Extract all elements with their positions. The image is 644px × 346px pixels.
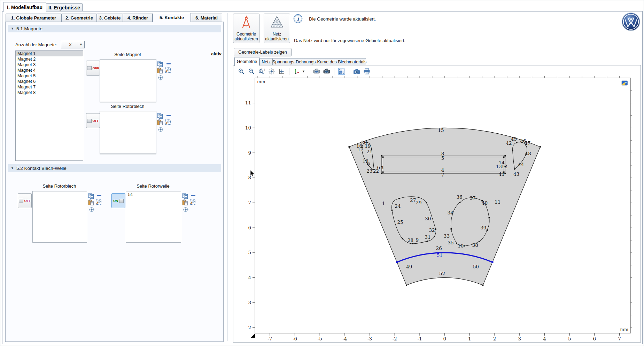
graphtab-netz[interactable]: Netz bbox=[259, 58, 273, 65]
svg-text:-3: -3 bbox=[367, 336, 372, 341]
selection-entry[interactable]: 51 bbox=[126, 191, 181, 197]
edge-label-15: 15 bbox=[438, 127, 444, 133]
zoom-box-icon[interactable] bbox=[258, 68, 265, 75]
subtab-raender[interactable]: 4. Ränder bbox=[123, 14, 153, 22]
magnet-list-item[interactable]: Magnet 1 bbox=[16, 51, 83, 56]
clear-selection-icon[interactable] bbox=[165, 119, 171, 125]
clear-selection-icon[interactable] bbox=[96, 199, 102, 205]
edge-label-40: 40 bbox=[482, 200, 488, 206]
paste-icon[interactable] bbox=[157, 68, 163, 73]
zoom-out-icon[interactable] bbox=[248, 68, 255, 75]
edge-label-31: 31 bbox=[425, 234, 430, 240]
anzahl-magnete-dropdown[interactable]: 2 ▼ bbox=[61, 41, 85, 48]
remove-icon[interactable] bbox=[191, 193, 196, 199]
paste-icon[interactable] bbox=[88, 199, 94, 205]
vw-logo bbox=[622, 13, 640, 32]
copy-icon[interactable] bbox=[88, 193, 94, 199]
selection-box-seite-magnet[interactable] bbox=[100, 59, 156, 102]
selection-box-kontakt-rotorwelle[interactable]: 51 bbox=[126, 191, 181, 243]
graphtab-geometrie[interactable]: Geometrie bbox=[234, 57, 259, 66]
geometrie-labels-zeigen-button[interactable]: Geometrie-Labels zeigen bbox=[234, 48, 292, 56]
geometry-plot[interactable]: -7-6-5-4-3-2-101234567234567891011mmmm11… bbox=[241, 76, 638, 342]
zoom-extents-icon[interactable] bbox=[268, 68, 275, 75]
graphics-toolbar: ▼ bbox=[238, 67, 370, 76]
magnet-list-item[interactable]: Magnet 4 bbox=[16, 68, 83, 73]
camera-icon[interactable] bbox=[353, 68, 360, 75]
edge-label-13: 13 bbox=[496, 164, 502, 169]
copy-icon[interactable] bbox=[157, 61, 163, 67]
graphtab-label: Spannungs-Dehnungs-Kurve des Blechmateri… bbox=[272, 60, 366, 64]
selection-box-kontakt-rotorblech[interactable] bbox=[32, 191, 87, 243]
edge-label-9: 9 bbox=[416, 237, 419, 243]
edge-label-44: 44 bbox=[518, 162, 524, 167]
graphtab-label: Geometrie bbox=[237, 59, 257, 64]
svg-text:11: 11 bbox=[245, 100, 251, 105]
remove-icon[interactable] bbox=[96, 193, 102, 199]
view-axes-icon[interactable] bbox=[293, 68, 300, 75]
magnet-list-item[interactable]: Magnet 2 bbox=[16, 56, 83, 62]
zoom-to-selection-icon[interactable] bbox=[158, 127, 164, 133]
toggle-seite-magnet[interactable]: OFF bbox=[86, 61, 100, 76]
section-header-kontakt[interactable]: ▼ 5.2 Kontakt Blech-Welle bbox=[8, 164, 221, 172]
toggle-kontakt-rotorblech[interactable]: OFF bbox=[18, 193, 32, 208]
button-label: aktualisieren bbox=[265, 37, 288, 41]
svg-text:7: 7 bbox=[618, 336, 621, 341]
grid-icon[interactable] bbox=[338, 68, 345, 75]
subtab-label: 4. Ränder bbox=[127, 15, 148, 21]
paste-icon[interactable] bbox=[182, 199, 188, 205]
toggle-kontakt-rotorwelle[interactable]: ON bbox=[111, 193, 125, 208]
edge-label-35: 35 bbox=[448, 240, 453, 245]
zoom-in-icon[interactable] bbox=[238, 68, 245, 75]
magnet-list-item[interactable]: Magnet 7 bbox=[16, 84, 83, 90]
magnet-list-item[interactable]: Magnet 3 bbox=[16, 62, 83, 68]
export-image-icon[interactable] bbox=[323, 68, 330, 75]
zoom-to-selection-icon[interactable] bbox=[89, 207, 95, 213]
toggle-state-label: OFF bbox=[93, 66, 99, 70]
edge-label-7: 7 bbox=[441, 172, 444, 178]
toolbar-separator bbox=[289, 68, 289, 75]
chevron-down-icon[interactable]: ▼ bbox=[302, 70, 305, 73]
magnet-list[interactable]: Magnet 1Magnet 2Magnet 3Magnet 4Magnet 5… bbox=[15, 50, 83, 161]
zoom-fit-icon[interactable] bbox=[278, 68, 285, 75]
print-icon[interactable] bbox=[363, 68, 370, 75]
magnet-list-item[interactable]: Magnet 8 bbox=[16, 90, 83, 95]
svg-text:3: 3 bbox=[248, 300, 251, 305]
zoom-to-selection-icon[interactable] bbox=[158, 75, 164, 81]
edge-label-5: 5 bbox=[441, 155, 444, 161]
copy-icon[interactable] bbox=[157, 113, 163, 119]
magnet-list-item[interactable]: Magnet 6 bbox=[16, 79, 83, 84]
copy-image-icon[interactable] bbox=[313, 68, 320, 75]
copy-icon[interactable] bbox=[182, 193, 188, 199]
subtab-geometrie[interactable]: 2. Geometrie bbox=[62, 14, 97, 22]
subtab-material[interactable]: 6. Material bbox=[191, 14, 222, 22]
tab-modellaufbau[interactable]: I. Modellaufbau bbox=[3, 2, 46, 12]
netz-aktualisieren-button[interactable]: Netz aktualisieren bbox=[264, 14, 290, 43]
clear-selection-icon[interactable] bbox=[165, 67, 171, 73]
subtab-label: 2. Geometrie bbox=[65, 15, 93, 21]
zoom-to-selection-icon[interactable] bbox=[183, 207, 189, 213]
section-header-magnete[interactable]: ▼ 5.1 Magnete bbox=[8, 25, 221, 32]
subtab-globale-parameter[interactable]: 1. Globale Parameter bbox=[6, 14, 62, 22]
clear-selection-icon[interactable] bbox=[190, 199, 196, 205]
collapse-triangle-icon[interactable]: ▼ bbox=[11, 166, 14, 170]
graphtab-spannungs-dehnungs-kurve[interactable]: Spannungs-Dehnungs-Kurve des Blechmateri… bbox=[273, 58, 366, 65]
edge-label-1: 1 bbox=[382, 200, 385, 206]
collapse-triangle-icon[interactable]: ▼ bbox=[11, 27, 14, 30]
selection-box-seite-rotorblech[interactable] bbox=[100, 111, 156, 154]
svg-text:5: 5 bbox=[248, 250, 251, 255]
toggle-seite-rotorblech[interactable]: OFF bbox=[86, 113, 100, 128]
tab-ergebnisse[interactable]: II. Ergebnisse bbox=[46, 3, 83, 11]
subtab-label: 3. Gebiete bbox=[99, 15, 121, 21]
subtab-kontakte[interactable]: 5. Kontakte bbox=[153, 13, 191, 22]
remove-icon[interactable] bbox=[166, 61, 172, 67]
paste-icon[interactable] bbox=[157, 119, 163, 125]
edge-label-3: 3 bbox=[380, 165, 383, 170]
edge-label-51-selected: 51 bbox=[437, 252, 443, 258]
subtab-gebiete[interactable]: 3. Gebiete bbox=[97, 14, 123, 22]
magnet-list-item[interactable]: Magnet 5 bbox=[16, 73, 83, 79]
toggle-state-label: OFF bbox=[93, 119, 99, 123]
remove-icon[interactable] bbox=[166, 113, 172, 119]
edge-label-26: 26 bbox=[436, 245, 442, 251]
toggle-state-label: OFF bbox=[24, 199, 31, 203]
geometrie-aktualisieren-button[interactable]: Geometrie aktualisieren bbox=[233, 14, 259, 43]
